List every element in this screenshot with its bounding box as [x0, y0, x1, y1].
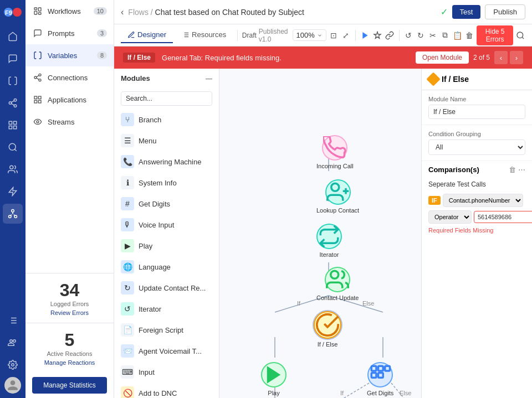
- error-next-button[interactable]: ›: [510, 51, 523, 64]
- record-icon-btn[interactable]: [372, 28, 382, 43]
- publish-button[interactable]: Publish: [485, 4, 525, 19]
- nav-item-streams[interactable]: Streams: [25, 111, 114, 133]
- module-item-update-contact[interactable]: ↻ Update Contact Re...: [114, 277, 219, 298]
- module-item-foreign-script[interactable]: 📄 Foreign Script: [114, 319, 219, 340]
- condition-grouping-select[interactable]: All Any: [428, 139, 525, 155]
- node-iterator[interactable]: Iterator: [316, 224, 342, 258]
- module-item-agent-voicemail[interactable]: 📨 Agent Voicemail T...: [114, 340, 219, 361]
- svg-rect-30: [34, 11, 37, 14]
- sidebar-icon-applications[interactable]: [3, 115, 23, 135]
- sidebar-icon-bolt[interactable]: [3, 182, 23, 201]
- svg-point-42: [37, 121, 39, 123]
- sidebar-icon-list[interactable]: [3, 311, 23, 330]
- more-comparison-icon[interactable]: ⋯: [518, 166, 525, 174]
- redo-icon-btn[interactable]: ↻: [416, 28, 426, 43]
- node-lookup-contact[interactable]: Lookup Contact: [316, 179, 359, 214]
- toolbar-separator-2: [355, 30, 356, 41]
- nav-item-connections[interactable]: Connections: [25, 66, 114, 89]
- module-item-language[interactable]: 🌐 Language: [114, 256, 219, 277]
- comparisons-header: Comparison(s) 🗑 ⋯: [422, 161, 532, 178]
- test-button[interactable]: Test: [452, 5, 481, 19]
- toolbar-separator-1: [237, 30, 238, 41]
- sidebar-icon-connections[interactable]: [3, 93, 23, 113]
- avatar[interactable]: [4, 377, 21, 394]
- module-item-menu[interactable]: ☰ Menu: [114, 130, 219, 151]
- svg-point-34: [34, 76, 37, 79]
- sidebar-icon-flows[interactable]: [3, 204, 23, 224]
- manage-statistics-button[interactable]: Manage Statistics: [32, 377, 107, 394]
- node-play[interactable]: Play: [261, 362, 287, 396]
- cut-icon-btn[interactable]: ✂: [428, 28, 438, 43]
- module-name-section: Module Name: [422, 90, 532, 125]
- open-module-button[interactable]: Open Module: [416, 51, 469, 64]
- module-item-iterator[interactable]: ↺ Iterator: [114, 298, 219, 319]
- review-errors-link[interactable]: Review Errors: [32, 309, 107, 316]
- collapse-modules-button[interactable]: —: [206, 75, 212, 82]
- paste-icon-btn[interactable]: 📋: [452, 28, 462, 43]
- svg-point-1: [13, 8, 22, 17]
- modules-search-input[interactable]: [121, 91, 212, 106]
- module-add-to-dnc-label: Add to DNC: [139, 389, 177, 397]
- language-icon: 🌐: [121, 260, 134, 273]
- sidebar-icon-variables[interactable]: [3, 71, 23, 91]
- zoom-level: 100%: [296, 31, 315, 39]
- play-icon-btn[interactable]: [360, 28, 370, 43]
- required-fields-message: Required Fields Missing: [428, 226, 525, 235]
- svg-line-36: [37, 78, 39, 80]
- undo-icon-btn[interactable]: ↺: [403, 28, 413, 43]
- sidebar-icon-contacts[interactable]: [3, 159, 23, 179]
- value-input[interactable]: [474, 211, 532, 223]
- hide-errors-button[interactable]: Hide 5 Errors: [477, 25, 513, 45]
- delete-icon-btn[interactable]: 🗑: [464, 28, 474, 43]
- tab-resources[interactable]: Resources: [175, 27, 233, 43]
- module-item-add-to-dnc[interactable]: 🚫 Add to DNC: [114, 383, 219, 398]
- module-item-answering-machine[interactable]: 📞 Answering Machine: [114, 151, 219, 172]
- nav-item-prompts[interactable]: Prompts 3: [25, 22, 114, 44]
- nav-item-streams-label: Streams: [48, 118, 74, 126]
- play-label: Play: [268, 390, 279, 396]
- comparisons-title: Comparison(s): [428, 166, 479, 174]
- nav-item-applications[interactable]: Applications: [25, 89, 114, 111]
- node-incoming-call[interactable]: Incoming Call: [316, 135, 354, 169]
- sidebar-icon-person-check[interactable]: [3, 333, 23, 353]
- tab-designer[interactable]: Designer: [121, 27, 173, 43]
- diamond-icon: [426, 72, 440, 86]
- tab-designer-label: Designer: [137, 30, 166, 39]
- node-get-digits[interactable]: Get Digits: [367, 362, 393, 396]
- comparison-field-select[interactable]: Contact.phoneNumber: [443, 194, 523, 207]
- module-item-input[interactable]: ⌨ Input: [114, 361, 219, 383]
- sidebar-icon-settings[interactable]: [3, 355, 23, 375]
- operator-select[interactable]: Operator = !=: [428, 210, 472, 224]
- nav-item-variables[interactable]: Variables 8: [25, 44, 114, 66]
- copy-icon-btn[interactable]: ⧉: [440, 28, 450, 43]
- nav-item-variables-label: Variables: [48, 51, 77, 60]
- module-name-input[interactable]: [428, 105, 525, 119]
- play-circle: [261, 362, 287, 387]
- search-button[interactable]: [515, 28, 525, 43]
- module-item-get-digits[interactable]: # Get Digits: [114, 193, 219, 214]
- manage-reactions-link[interactable]: Manage Reactions: [32, 359, 107, 366]
- link-icon-btn[interactable]: [385, 28, 395, 43]
- error-prev-button[interactable]: ‹: [494, 51, 508, 64]
- sidebar-icon-workflows[interactable]: [3, 27, 23, 46]
- fit-icon[interactable]: ⊡: [329, 28, 339, 43]
- sidebar-icon-search[interactable]: [3, 137, 23, 157]
- expand-icon[interactable]: ⤢: [341, 28, 351, 43]
- sidebar-bottom: [3, 311, 23, 394]
- delete-comparison-icon[interactable]: 🗑: [509, 166, 516, 174]
- sidebar-icon-prompts[interactable]: [3, 49, 23, 69]
- module-item-voice-input[interactable]: 🎙 Voice Input: [114, 214, 219, 235]
- module-item-play[interactable]: ▶ Play: [114, 235, 219, 256]
- node-contact-update[interactable]: Contact Update: [316, 267, 359, 301]
- contact-update-circle: [325, 267, 350, 292]
- module-item-system-info[interactable]: ℹ System Info: [114, 172, 219, 193]
- canvas[interactable]: If Else If Else Incoming Call: [219, 69, 421, 398]
- zoom-control[interactable]: 100%: [293, 29, 326, 41]
- get-digits-circle: [367, 362, 393, 387]
- node-if-else[interactable]: If / Else: [314, 311, 341, 348]
- streams-icon: [32, 116, 43, 127]
- module-item-branch[interactable]: ⑂ Branch: [114, 109, 219, 130]
- back-button[interactable]: ‹: [121, 7, 124, 17]
- module-agent-voicemail-label: Agent Voicemail T...: [139, 347, 202, 355]
- nav-item-workflows[interactable]: Workflows 10: [25, 0, 114, 22]
